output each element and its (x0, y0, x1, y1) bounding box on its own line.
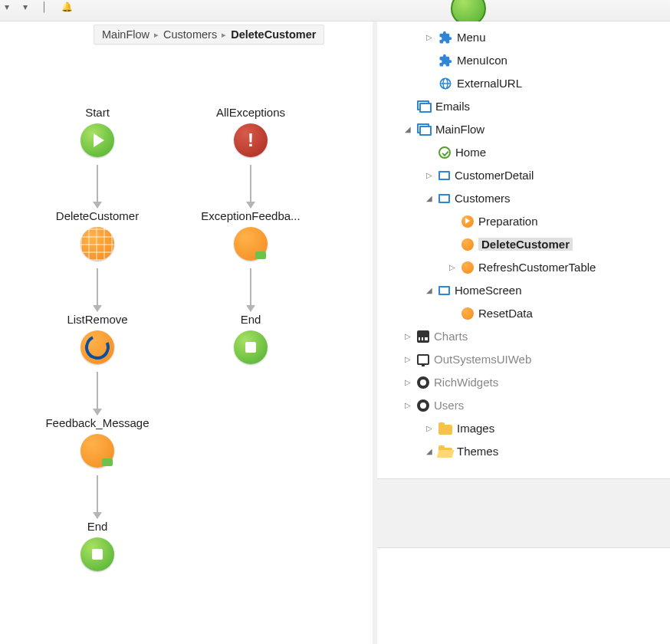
screen-icon (438, 171, 450, 180)
dot-orange-icon (461, 261, 474, 274)
action-icon[interactable] (234, 227, 268, 261)
tree-item[interactable]: Home (380, 141, 670, 164)
tree-item-label: DeleteCustomer (478, 234, 665, 255)
tree-item[interactable]: ◢MainFlow (380, 118, 670, 141)
flow-arrow (250, 165, 251, 208)
flow-arrow (250, 268, 251, 311)
expand-toggle-icon[interactable]: ▷ (403, 349, 412, 370)
tree-panel: ▷MenuMenuIconExternalURLEmails◢MainFlowH… (377, 21, 670, 644)
breadcrumb-item[interactable]: MainFlow (102, 28, 149, 41)
dot-orange-icon (461, 307, 474, 320)
dot-play-icon (461, 215, 474, 228)
tree-item-label: ExternalURL (457, 73, 665, 94)
error-icon[interactable]: ! (234, 123, 268, 157)
flow-node-label: End (241, 313, 261, 326)
flow-node[interactable]: AllExceptions! (216, 106, 285, 157)
tree-item[interactable]: ▷RichWidgets (380, 371, 670, 394)
tree-item-label: Emails (435, 96, 665, 117)
entity-icon[interactable] (80, 227, 114, 261)
tree-item-label: MainFlow (435, 119, 665, 140)
flow-node[interactable]: ListRemove (67, 313, 127, 364)
flow-node-label: End (87, 520, 108, 533)
toolbar-left-icons: ▾ ▾ │ 🔔 (5, 2, 73, 12)
expand-toggle-icon[interactable]: ▷ (403, 326, 412, 347)
tree-item[interactable]: ◢HomeScreen (380, 279, 670, 302)
puzzle-icon (438, 54, 452, 67)
tree-item-label: ResetData (478, 303, 665, 324)
flow-node[interactable]: DeleteCustomer (56, 209, 139, 261)
puzzle-icon (438, 31, 452, 44)
action-icon[interactable] (80, 434, 114, 468)
tree-item[interactable]: Emails (380, 95, 670, 118)
flow-node-label: ListRemove (67, 313, 127, 326)
tree-item[interactable]: ▷Charts (380, 325, 670, 348)
tree-item-label: Menu (457, 27, 665, 48)
flow-node[interactable]: Start (80, 106, 114, 157)
flow-canvas[interactable]: MainFlow ▸ Customers ▸ DeleteCustomer St… (0, 21, 377, 644)
tree-item[interactable]: ▷RefreshCustomerTable (380, 256, 670, 279)
flow-node-label: Start (85, 106, 110, 119)
tree-item[interactable]: MenuIcon (380, 49, 670, 72)
tree-item[interactable]: ▷Menu (380, 26, 670, 49)
flow-node[interactable]: End (234, 313, 268, 364)
tree-item-label: Themes (457, 441, 665, 462)
tree-item-label: Home (455, 142, 665, 163)
flow-node[interactable]: Feedback_Message (45, 416, 149, 468)
tree-item[interactable]: ▷CustomerDetail (380, 164, 670, 187)
expand-toggle-icon[interactable]: ◢ (425, 188, 434, 209)
screens-icon (417, 123, 431, 136)
tree-item[interactable]: ▷Users (380, 394, 670, 417)
project-tree[interactable]: ▷MenuMenuIconExternalURLEmails◢MainFlowH… (377, 21, 670, 468)
toolbar-bell-icon[interactable]: 🔔 (61, 2, 73, 12)
tree-item-label: Images (457, 418, 665, 439)
flow-arrow (97, 372, 98, 415)
flow-node[interactable]: ExceptionFeedba... (201, 209, 300, 261)
breadcrumb-item[interactable]: Customers (163, 28, 217, 41)
flow-node-label: DeleteCustomer (56, 209, 139, 222)
flow-node-label: Feedback_Message (45, 416, 149, 429)
flow-arrow (97, 268, 98, 311)
end-icon[interactable] (80, 537, 114, 571)
breadcrumb[interactable]: MainFlow ▸ Customers ▸ DeleteCustomer (94, 25, 324, 44)
end-icon[interactable] (234, 330, 268, 364)
flow-node-label: AllExceptions (216, 106, 285, 119)
tree-item-label: CustomerDetail (455, 165, 665, 186)
tree-item[interactable]: ResetData (380, 302, 670, 325)
flow-column-exception: AllExceptions!ExceptionFeedba...End (170, 106, 331, 369)
tree-item[interactable]: ExternalURL (380, 72, 670, 95)
tree-item[interactable]: ◢Themes (380, 440, 670, 463)
tree-item-label: HomeScreen (455, 280, 665, 301)
panel-divider[interactable] (377, 478, 670, 547)
tree-item-label: Customers (455, 188, 665, 209)
expand-toggle-icon[interactable]: ◢ (403, 119, 412, 140)
expand-toggle-icon[interactable]: ◢ (425, 441, 434, 462)
flow-node-label: ExceptionFeedba... (201, 209, 300, 222)
tree-item-label: Preparation (478, 211, 665, 232)
tree-item[interactable]: DeleteCustomer (380, 233, 670, 256)
folder-icon (438, 425, 452, 435)
tree-item-label: Charts (434, 326, 665, 347)
expand-toggle-icon[interactable]: ▷ (425, 165, 434, 186)
screens-icon (417, 100, 431, 113)
tree-item[interactable]: ▷Images (380, 417, 670, 440)
expand-toggle-icon[interactable]: ▷ (448, 257, 457, 278)
toolbar-arrow-icon[interactable]: ▾ (5, 2, 9, 12)
toolbar-arrow-icon[interactable]: ▾ (23, 2, 28, 12)
start-icon[interactable] (80, 123, 114, 157)
expand-toggle-icon[interactable]: ▷ (425, 27, 434, 48)
tree-item[interactable]: ▷OutSystemsUIWeb (380, 348, 670, 371)
expand-toggle-icon[interactable]: ◢ (425, 280, 434, 301)
flow-node[interactable]: End (80, 520, 114, 571)
tree-item-label: RichWidgets (434, 372, 665, 393)
expand-toggle-icon[interactable]: ▷ (425, 418, 434, 439)
expand-toggle-icon[interactable]: ▷ (403, 372, 412, 393)
ring-icon (417, 399, 429, 412)
expand-toggle-icon[interactable]: ▷ (403, 395, 412, 416)
screen-icon (438, 286, 450, 295)
loop-icon[interactable] (80, 330, 114, 364)
tree-item[interactable]: ◢Customers (380, 187, 670, 210)
folder-open-icon (438, 448, 452, 458)
toolbar-divider-icon: │ (41, 2, 48, 12)
tree-item[interactable]: Preparation (380, 210, 670, 233)
flow-arrow (97, 165, 98, 208)
